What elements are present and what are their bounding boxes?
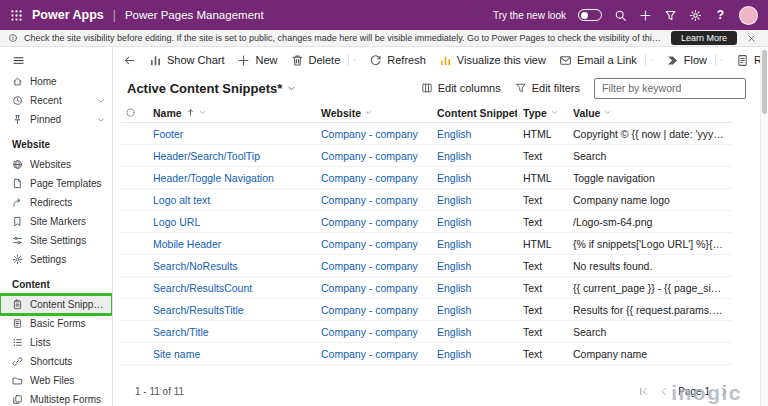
chevron-down-icon[interactable] (365, 109, 372, 116)
settings-gear-icon[interactable] (689, 9, 702, 22)
next-page-icon[interactable] (719, 386, 730, 397)
language-link[interactable]: English (437, 304, 471, 316)
scrollbar-thumb[interactable] (762, 50, 767, 114)
snippet-name-link[interactable]: Mobile Header (153, 238, 221, 250)
select-all-checkbox[interactable] (121, 107, 147, 118)
column-header-type[interactable]: Type (517, 107, 567, 119)
language-link[interactable]: English (437, 348, 471, 360)
first-page-icon[interactable] (638, 386, 649, 397)
sidebar-item-basic-forms[interactable]: Basic Forms (0, 314, 112, 333)
language-link[interactable]: English (437, 150, 471, 162)
table-row[interactable]: Logo URLCompany - companyEnglishText/Log… (121, 211, 732, 233)
language-link[interactable]: English (437, 128, 471, 140)
website-link[interactable]: Company - company (321, 238, 418, 250)
website-link[interactable]: Company - company (321, 304, 418, 316)
table-row[interactable]: Mobile HeaderCompany - companyEnglishHTM… (121, 233, 732, 255)
chevron-down-icon[interactable] (97, 97, 105, 105)
chevron-down-icon[interactable] (348, 54, 356, 66)
show-chart-button[interactable]: Show Chart (143, 51, 230, 70)
language-link[interactable]: English (437, 326, 471, 338)
sidebar-item-redirects[interactable]: Redirects (0, 193, 112, 212)
table-row[interactable]: Header/Toggle NavigationCompany - compan… (121, 167, 732, 189)
table-row[interactable]: FooterCompany - companyEnglishHTMLCopyri… (121, 123, 732, 145)
table-row[interactable]: Search/NoResultsCompany - companyEnglish… (121, 255, 732, 277)
app-name[interactable]: Power Apps (32, 8, 104, 22)
snippet-name-link[interactable]: Site name (153, 348, 200, 360)
website-link[interactable]: Company - company (321, 282, 418, 294)
sidebar-item-lists[interactable]: Lists (0, 333, 112, 352)
snippet-name-link[interactable]: Search/NoResults (153, 260, 238, 272)
website-link[interactable]: Company - company (321, 194, 418, 206)
website-link[interactable]: Company - company (321, 348, 418, 360)
language-link[interactable]: English (437, 282, 471, 294)
website-link[interactable]: Company - company (321, 260, 418, 272)
sidebar-item-websites[interactable]: Websites (0, 155, 112, 174)
chevron-down-icon[interactable] (199, 109, 206, 116)
previous-page-icon[interactable] (658, 386, 669, 397)
column-header-name[interactable]: Name (147, 107, 315, 119)
snippet-name-link[interactable]: Search/ResultsCount (153, 282, 252, 294)
learn-more-button[interactable]: Learn More (671, 31, 737, 45)
refresh-button[interactable]: Refresh (363, 51, 432, 70)
sidebar-item-pinned[interactable]: Pinned (0, 110, 112, 129)
add-icon[interactable] (639, 9, 652, 22)
user-avatar[interactable] (739, 6, 758, 25)
website-link[interactable]: Company - company (321, 326, 418, 338)
sidebar-item-site-settings[interactable]: Site Settings (0, 231, 112, 250)
table-row[interactable]: Logo alt textCompany - companyEnglishTex… (121, 189, 732, 211)
column-header-value[interactable]: Value (567, 107, 732, 119)
filter-icon[interactable] (664, 9, 677, 22)
help-icon[interactable]: ? (714, 8, 727, 22)
language-link[interactable]: English (437, 260, 471, 272)
snippet-name-link[interactable]: Search/ResultsTitle (153, 304, 244, 316)
column-header-content-snippet-language[interactable]: Content Snippet ... (431, 107, 517, 119)
website-link[interactable]: Company - company (321, 128, 418, 140)
sidebar-item-web-files[interactable]: Web Files (0, 371, 112, 390)
vertical-scrollbar[interactable] (760, 47, 768, 406)
chevron-down-icon[interactable] (715, 54, 723, 66)
snippet-name-link[interactable]: Footer (153, 128, 183, 140)
email-a-link-button[interactable]: Email a Link (553, 51, 659, 70)
table-row[interactable]: Site nameCompany - companyEnglishTextCom… (121, 343, 732, 365)
language-link[interactable]: English (437, 238, 471, 250)
back-button[interactable] (117, 51, 142, 70)
column-header-website[interactable]: Website (315, 107, 431, 119)
website-link[interactable]: Company - company (321, 216, 418, 228)
new-button[interactable]: New (231, 51, 283, 70)
language-link[interactable]: English (437, 194, 471, 206)
filter-by-keyword-input[interactable] (594, 78, 746, 99)
snippet-name-link[interactable]: Logo alt text (153, 194, 210, 206)
snippet-name-link[interactable]: Logo URL (153, 216, 200, 228)
sidebar-item-recent[interactable]: Recent (0, 91, 112, 110)
sidebar-item-shortcuts[interactable]: Shortcuts (0, 352, 112, 371)
snippet-name-link[interactable]: Header/Search/ToolTip (153, 150, 260, 162)
new-look-toggle[interactable] (578, 9, 602, 21)
sidebar-item-page-templates[interactable]: Page Templates (0, 174, 112, 193)
sidebar-item-site-markers[interactable]: Site Markers (0, 212, 112, 231)
waffle-icon[interactable] (10, 9, 23, 22)
view-selector[interactable]: Active Content Snippets* (127, 81, 296, 96)
table-row[interactable]: Header/Search/ToolTipCompany - companyEn… (121, 145, 732, 167)
table-row[interactable]: Search/ResultsTitleCompany - companyEngl… (121, 299, 732, 321)
close-icon[interactable] (747, 34, 756, 43)
table-row[interactable]: Search/TitleCompany - companyEnglishText… (121, 321, 732, 343)
sidebar-item-content-snippets[interactable]: Content Snippets (0, 295, 112, 314)
snippet-name-link[interactable]: Header/Toggle Navigation (153, 172, 274, 184)
edit-columns-button[interactable]: Edit columns (421, 82, 501, 94)
snippet-name-link[interactable]: Search/Title (153, 326, 209, 338)
hamburger-menu-icon[interactable] (0, 50, 28, 72)
sidebar-item-settings[interactable]: Settings (0, 250, 112, 269)
sidebar-item-home[interactable]: Home (0, 72, 112, 91)
language-link[interactable]: English (437, 172, 471, 184)
search-icon[interactable] (614, 9, 627, 22)
chevron-down-icon[interactable] (97, 116, 105, 124)
sidebar-item-multistep-forms[interactable]: Multistep Forms (0, 390, 112, 406)
delete-button[interactable]: Delete (285, 51, 363, 70)
flow-button[interactable]: Flow (660, 51, 729, 70)
visualize-this-view-button[interactable]: Visualize this view (433, 51, 552, 70)
website-link[interactable]: Company - company (321, 172, 418, 184)
chevron-down-icon[interactable] (645, 54, 653, 66)
chevron-down-icon[interactable] (551, 109, 558, 116)
edit-filters-button[interactable]: Edit filters (515, 82, 580, 94)
chevron-down-icon[interactable] (604, 109, 611, 116)
